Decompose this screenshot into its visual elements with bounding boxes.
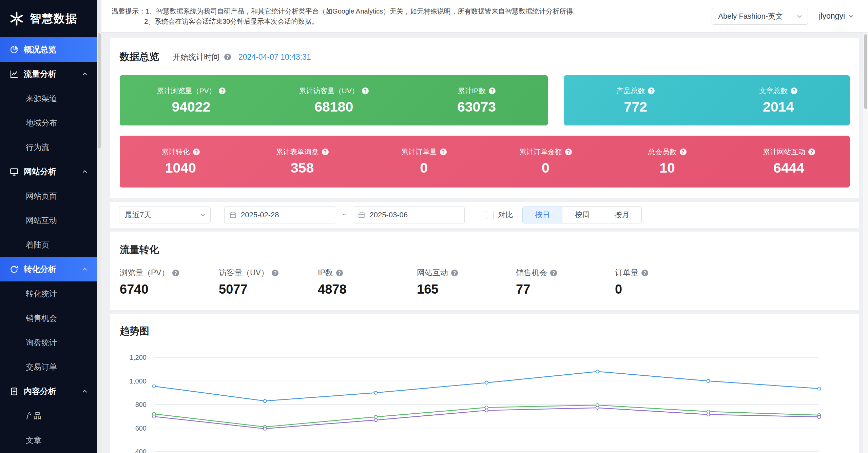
stat-value: 0 [615,282,714,297]
sidebar-subitem[interactable]: 转化统计 [0,281,97,306]
help-icon[interactable]: ? [489,87,496,94]
vertical-scrollbar-right[interactable] [863,33,868,453]
sidebar-item-2[interactable]: 网站分析 [0,159,97,184]
help-icon[interactable]: ? [550,270,557,276]
sidebar-subitem[interactable]: 行为流 [0,135,97,159]
help-icon[interactable]: ? [648,87,655,94]
date-range-value: 最近7天 [125,210,151,220]
stat-item: 浏览量（PV） ? 6740 [120,268,219,297]
compare-checkbox[interactable] [486,211,494,219]
trend-chart: 1,2001,000800600400 [120,348,850,453]
sidebar-subitem[interactable]: 网站互动 [0,208,97,233]
sidebar: 智慧数据 概况总览 流量分析 来源渠道 地域分布 行为流 网站分析 [0,0,97,453]
granularity-day-button[interactable]: 按日 [522,206,562,223]
start-time-value[interactable]: 2024-04-07 10:43:31 [238,53,311,62]
stat-value: 165 [417,282,516,297]
chevron-down-icon [848,13,854,20]
trend-chart-svg: 1,2001,000800600400 [120,348,846,453]
help-icon[interactable]: ? [172,270,179,276]
compare-toggle[interactable]: 对比 [486,210,513,220]
page-content: 数据总览 开始统计时间 ? 2024-04-07 10:43:31 累计浏览量（… [101,33,868,453]
sidebar-item-1[interactable]: 流量分析 [0,62,97,86]
sidebar-subitem[interactable]: 交易订单 [0,355,97,379]
sidebar-subitem[interactable]: 销售机会 [0,306,97,330]
stat-label: 累计转化 [161,147,190,157]
stat-label: 累计浏览量（PV） [156,86,216,96]
sidebar-subitem[interactable]: 文章 [0,428,97,452]
overview-card: 数据总览 开始统计时间 ? 2024-04-07 10:43:31 累计浏览量（… [110,38,859,198]
date-range-select[interactable]: 最近7天 [119,206,211,223]
stat-item: 文章总数 ? 2014 [707,75,850,125]
stat-label: 累计访客量（UV） [299,86,359,96]
calendar-icon [229,211,237,219]
app-title: 智慧数据 [30,11,77,26]
user-menu[interactable]: jlyongyi [819,12,854,21]
help-icon[interactable]: ? [791,87,797,94]
help-icon[interactable]: ? [641,270,648,276]
help-icon[interactable]: ? [680,149,687,155]
sidebar-subitem[interactable]: 来源渠道 [0,86,97,111]
scrollbar-thumb[interactable] [98,33,101,149]
sidebar-item-0[interactable]: 概况总览 [0,37,97,62]
chevron-up-icon[interactable] [81,168,88,175]
sidebar-item-label: 内容分析 [24,386,56,397]
svg-text:400: 400 [135,448,147,453]
sidebar-group: 转化分析 转化统计 销售机会 询盘统计 交易订单 [0,257,97,379]
help-icon[interactable]: ? [808,149,815,155]
notice-line-2: 2、系统会在访客会话结束30分钟后显示本次会话的数据。 [112,16,580,26]
svg-text:800: 800 [135,401,147,408]
chevron-up-icon[interactable] [81,266,88,273]
stat-value: 1040 [165,160,196,176]
date-to-input[interactable]: 2025-03-06 [353,206,465,223]
sidebar-subitem[interactable]: 着陆页 [0,233,97,257]
sidebar-subitem[interactable]: 产品 [0,403,97,428]
trend-chart-card: 趋势图 1,2001,000800600400 [110,314,859,453]
stat-item: 累计订单量 ? 0 [363,136,485,188]
granularity-month-button[interactable]: 按月 [602,206,642,223]
help-icon[interactable]: ? [440,149,447,155]
help-icon[interactable]: ? [224,54,231,60]
scrollbar-thumb[interactable] [864,34,867,109]
help-icon[interactable]: ? [272,270,278,276]
help-icon[interactable]: ? [219,87,226,94]
stat-item: 销售机会 ? 77 [516,268,615,297]
help-icon[interactable]: ? [565,149,572,155]
help-icon[interactable]: ? [451,270,458,276]
stat-label: 累计IP数 [458,86,486,96]
chevron-up-icon[interactable] [81,388,88,395]
help-icon[interactable]: ? [336,270,343,276]
logo-icon [9,11,24,26]
stat-value: 6740 [120,282,219,297]
pv-uv-ip-card: 累计浏览量（PV） ? 94022 累计访客量（UV） ? 68180 累计IP… [120,75,548,125]
chevron-up-icon[interactable] [81,71,88,77]
help-icon[interactable]: ? [362,87,369,94]
stat-value: 63073 [457,99,496,115]
stat-value: 358 [291,160,314,176]
stat-item: 累计IP数 ? 63073 [405,75,548,125]
sidebar-item-4[interactable]: 内容分析 [0,379,97,403]
stat-item: 访客量（UV） ? 5077 [219,268,318,297]
sidebar-item-label: 转化分析 [24,264,56,275]
stat-label: 总会员数 [648,147,677,157]
sidebar-group: 网站分析 网站页面 网站互动 着陆页 [0,159,97,257]
svg-text:1,000: 1,000 [130,377,147,385]
stat-item: 累计表单询盘 ? 358 [242,136,363,188]
sidebar-item-3[interactable]: 转化分析 [0,257,97,281]
vertical-scrollbar-left[interactable] [97,0,101,453]
help-icon[interactable]: ? [322,149,329,155]
calendar-icon [358,211,365,219]
conversion-summary-card: 累计转化 ? 1040 累计表单询盘 ? 358 累计订单量 ? 0 累计订单金… [120,136,850,188]
sidebar-subitem[interactable]: 询盘统计 [0,330,97,355]
site-selector-dropdown[interactable]: Abely Fashion-英文 [712,8,808,25]
sidebar-submenu: 转化统计 销售机会 询盘统计 交易订单 [0,281,97,379]
stat-label: 产品总数 [616,86,645,96]
username: jlyongyi [819,12,845,21]
help-icon[interactable]: ? [193,149,200,155]
sidebar-subitem[interactable]: 地域分布 [0,111,97,135]
granularity-week-button[interactable]: 按周 [562,206,602,223]
chevron-down-icon [796,13,803,20]
sidebar-subitem[interactable]: 网站页面 [0,184,97,208]
date-from-input[interactable]: 2025-02-28 [224,206,336,223]
stat-label: 文章总数 [759,86,788,96]
app-root: 智慧数据 概况总览 流量分析 来源渠道 地域分布 行为流 网站分析 [0,0,868,453]
